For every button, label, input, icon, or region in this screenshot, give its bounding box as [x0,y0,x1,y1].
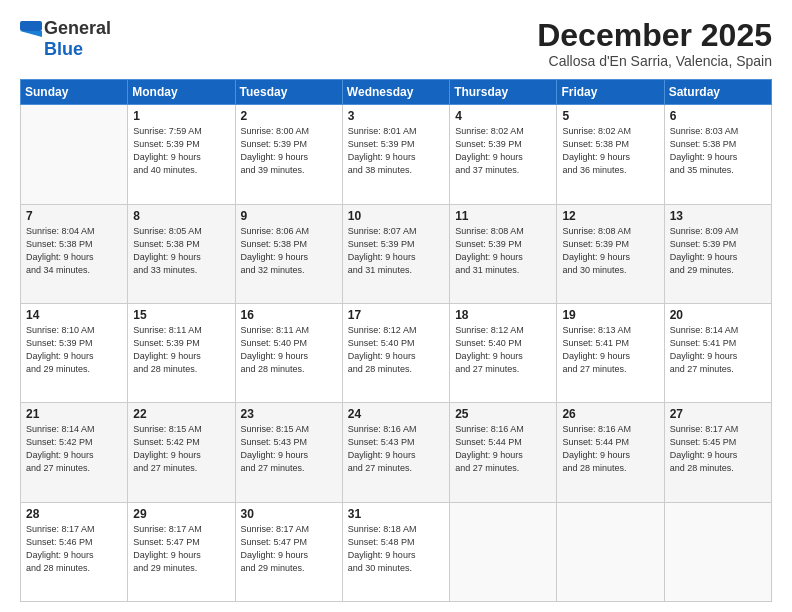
table-row: 23Sunrise: 8:15 AMSunset: 5:43 PMDayligh… [235,403,342,502]
location-subtitle: Callosa d'En Sarria, Valencia, Spain [537,53,772,69]
day-info: Sunrise: 8:07 AMSunset: 5:39 PMDaylight:… [348,225,444,277]
day-number: 25 [455,407,551,421]
table-row [450,502,557,601]
svg-marker-1 [20,31,42,37]
calendar-week-row: 7Sunrise: 8:04 AMSunset: 5:38 PMDaylight… [21,204,772,303]
table-row: 22Sunrise: 8:15 AMSunset: 5:42 PMDayligh… [128,403,235,502]
day-number: 13 [670,209,766,223]
day-info: Sunrise: 8:17 AMSunset: 5:45 PMDaylight:… [670,423,766,475]
day-info: Sunrise: 8:11 AMSunset: 5:40 PMDaylight:… [241,324,337,376]
table-row: 7Sunrise: 8:04 AMSunset: 5:38 PMDaylight… [21,204,128,303]
month-title: December 2025 [537,18,772,53]
day-number: 24 [348,407,444,421]
table-row [664,502,771,601]
table-row: 24Sunrise: 8:16 AMSunset: 5:43 PMDayligh… [342,403,449,502]
calendar-week-row: 28Sunrise: 8:17 AMSunset: 5:46 PMDayligh… [21,502,772,601]
table-row [21,105,128,204]
table-row: 4Sunrise: 8:02 AMSunset: 5:39 PMDaylight… [450,105,557,204]
table-row: 28Sunrise: 8:17 AMSunset: 5:46 PMDayligh… [21,502,128,601]
col-monday: Monday [128,80,235,105]
table-row: 21Sunrise: 8:14 AMSunset: 5:42 PMDayligh… [21,403,128,502]
day-number: 7 [26,209,122,223]
table-row: 29Sunrise: 8:17 AMSunset: 5:47 PMDayligh… [128,502,235,601]
table-row: 15Sunrise: 8:11 AMSunset: 5:39 PMDayligh… [128,303,235,402]
table-row: 27Sunrise: 8:17 AMSunset: 5:45 PMDayligh… [664,403,771,502]
table-row: 31Sunrise: 8:18 AMSunset: 5:48 PMDayligh… [342,502,449,601]
day-info: Sunrise: 8:08 AMSunset: 5:39 PMDaylight:… [455,225,551,277]
day-number: 23 [241,407,337,421]
day-number: 16 [241,308,337,322]
table-row: 5Sunrise: 8:02 AMSunset: 5:38 PMDaylight… [557,105,664,204]
day-number: 27 [670,407,766,421]
table-row: 20Sunrise: 8:14 AMSunset: 5:41 PMDayligh… [664,303,771,402]
table-row: 17Sunrise: 8:12 AMSunset: 5:40 PMDayligh… [342,303,449,402]
day-number: 15 [133,308,229,322]
day-number: 20 [670,308,766,322]
day-number: 26 [562,407,658,421]
day-info: Sunrise: 8:18 AMSunset: 5:48 PMDaylight:… [348,523,444,575]
table-row: 10Sunrise: 8:07 AMSunset: 5:39 PMDayligh… [342,204,449,303]
table-row: 11Sunrise: 8:08 AMSunset: 5:39 PMDayligh… [450,204,557,303]
day-info: Sunrise: 8:13 AMSunset: 5:41 PMDaylight:… [562,324,658,376]
table-row: 3Sunrise: 8:01 AMSunset: 5:39 PMDaylight… [342,105,449,204]
table-row: 16Sunrise: 8:11 AMSunset: 5:40 PMDayligh… [235,303,342,402]
day-number: 17 [348,308,444,322]
title-block: December 2025 Callosa d'En Sarria, Valen… [537,18,772,69]
col-wednesday: Wednesday [342,80,449,105]
day-info: Sunrise: 8:15 AMSunset: 5:43 PMDaylight:… [241,423,337,475]
table-row [557,502,664,601]
day-info: Sunrise: 8:16 AMSunset: 5:43 PMDaylight:… [348,423,444,475]
table-row: 1Sunrise: 7:59 AMSunset: 5:39 PMDaylight… [128,105,235,204]
day-info: Sunrise: 8:08 AMSunset: 5:39 PMDaylight:… [562,225,658,277]
day-info: Sunrise: 8:16 AMSunset: 5:44 PMDaylight:… [455,423,551,475]
table-row: 6Sunrise: 8:03 AMSunset: 5:38 PMDaylight… [664,105,771,204]
page: General Blue December 2025 Callosa d'En … [0,0,792,612]
day-number: 31 [348,507,444,521]
col-saturday: Saturday [664,80,771,105]
day-info: Sunrise: 8:05 AMSunset: 5:38 PMDaylight:… [133,225,229,277]
calendar-table: Sunday Monday Tuesday Wednesday Thursday… [20,79,772,602]
day-number: 10 [348,209,444,223]
day-info: Sunrise: 8:01 AMSunset: 5:39 PMDaylight:… [348,125,444,177]
day-info: Sunrise: 8:04 AMSunset: 5:38 PMDaylight:… [26,225,122,277]
table-row: 8Sunrise: 8:05 AMSunset: 5:38 PMDaylight… [128,204,235,303]
day-number: 4 [455,109,551,123]
table-row: 26Sunrise: 8:16 AMSunset: 5:44 PMDayligh… [557,403,664,502]
col-sunday: Sunday [21,80,128,105]
day-info: Sunrise: 8:12 AMSunset: 5:40 PMDaylight:… [455,324,551,376]
day-number: 29 [133,507,229,521]
day-number: 14 [26,308,122,322]
table-row: 9Sunrise: 8:06 AMSunset: 5:38 PMDaylight… [235,204,342,303]
table-row: 13Sunrise: 8:09 AMSunset: 5:39 PMDayligh… [664,204,771,303]
logo-icon [20,21,42,37]
day-number: 21 [26,407,122,421]
day-info: Sunrise: 8:17 AMSunset: 5:46 PMDaylight:… [26,523,122,575]
table-row: 25Sunrise: 8:16 AMSunset: 5:44 PMDayligh… [450,403,557,502]
day-info: Sunrise: 8:03 AMSunset: 5:38 PMDaylight:… [670,125,766,177]
day-number: 9 [241,209,337,223]
day-info: Sunrise: 8:16 AMSunset: 5:44 PMDaylight:… [562,423,658,475]
day-number: 28 [26,507,122,521]
day-info: Sunrise: 8:14 AMSunset: 5:42 PMDaylight:… [26,423,122,475]
calendar-week-row: 21Sunrise: 8:14 AMSunset: 5:42 PMDayligh… [21,403,772,502]
header: General Blue December 2025 Callosa d'En … [20,18,772,69]
day-number: 12 [562,209,658,223]
day-number: 18 [455,308,551,322]
day-number: 11 [455,209,551,223]
day-info: Sunrise: 8:00 AMSunset: 5:39 PMDaylight:… [241,125,337,177]
day-info: Sunrise: 8:15 AMSunset: 5:42 PMDaylight:… [133,423,229,475]
day-info: Sunrise: 8:09 AMSunset: 5:39 PMDaylight:… [670,225,766,277]
day-info: Sunrise: 8:10 AMSunset: 5:39 PMDaylight:… [26,324,122,376]
calendar-week-row: 1Sunrise: 7:59 AMSunset: 5:39 PMDaylight… [21,105,772,204]
day-number: 1 [133,109,229,123]
calendar-header-row: Sunday Monday Tuesday Wednesday Thursday… [21,80,772,105]
day-number: 30 [241,507,337,521]
day-info: Sunrise: 8:02 AMSunset: 5:38 PMDaylight:… [562,125,658,177]
logo-blue-text: Blue [44,39,83,60]
logo-general-text: General [44,18,111,39]
day-info: Sunrise: 8:06 AMSunset: 5:38 PMDaylight:… [241,225,337,277]
col-friday: Friday [557,80,664,105]
day-info: Sunrise: 8:11 AMSunset: 5:39 PMDaylight:… [133,324,229,376]
day-number: 19 [562,308,658,322]
table-row: 18Sunrise: 8:12 AMSunset: 5:40 PMDayligh… [450,303,557,402]
